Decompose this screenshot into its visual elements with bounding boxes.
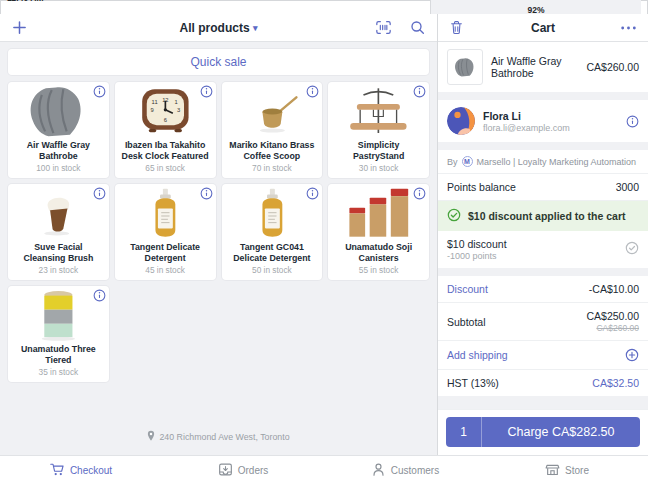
barcode-scan-button[interactable] (373, 18, 394, 37)
product-name: Simplicity PastryStand (328, 138, 429, 162)
product-info-icon[interactable] (200, 85, 213, 98)
product-stock: 50 in stock (222, 264, 323, 275)
charge-label: Charge CA$282.50 (482, 417, 640, 447)
product-card[interactable]: Tangent GC041 Delicate Detergent 50 in s… (222, 184, 323, 280)
product-stock: 35 in stock (8, 366, 109, 377)
redeem-points: -1000 points (447, 251, 625, 261)
tab-customers[interactable]: Customers (324, 456, 486, 485)
checkout-cart-icon (50, 462, 65, 479)
status-bar: 11:40 AM Wed May 15 92% (0, 0, 648, 14)
tab-label: Orders (238, 465, 269, 476)
product-info-icon[interactable] (413, 85, 426, 98)
svg-text:1: 1 (174, 99, 177, 105)
product-card[interactable]: Air Waffle Gray Bathrobe 100 in stock (8, 82, 109, 178)
add-shipping-row[interactable]: Add shipping (438, 341, 648, 370)
product-stock: 23 in stock (8, 264, 109, 275)
discount-link[interactable]: Discount (447, 283, 488, 295)
chevron-down-icon: ▾ (253, 23, 258, 33)
tab-store[interactable]: Store (486, 456, 648, 485)
product-info-icon[interactable] (93, 289, 106, 302)
product-info-icon[interactable] (200, 187, 213, 200)
product-info-icon[interactable] (93, 85, 106, 98)
tab-label: Checkout (70, 465, 112, 476)
charge-button[interactable]: 1 Charge CA$282.50 (446, 417, 640, 447)
tax-row: HST (13%) CA$32.50 (438, 370, 648, 396)
tab-label: Customers (391, 465, 439, 476)
line-item-thumbnail (447, 49, 483, 85)
customer-avatar (447, 107, 475, 135)
plus-circle-icon[interactable] (625, 348, 639, 362)
product-stock: 100 in stock (8, 162, 109, 173)
product-stock: 30 in stock (328, 162, 429, 173)
pos-app: 11:40 AM Wed May 15 92% All products ▾ (0, 0, 648, 485)
store-location: 240 Richmond Ave West, Toronto (8, 420, 429, 455)
product-info-icon[interactable] (93, 187, 106, 200)
customer-row[interactable]: Flora Li flora.li@example.com (438, 100, 648, 142)
customer-email: flora.li@example.com (483, 123, 618, 133)
redeem-check-icon[interactable] (625, 241, 639, 259)
battery-percent: 92% (527, 5, 544, 15)
tab-orders[interactable]: Orders (162, 456, 324, 485)
product-name: Suve Facial Cleansing Brush (8, 240, 109, 264)
product-name: Tangent GC041 Delicate Detergent (222, 240, 323, 264)
product-card[interactable]: Tangent Delicate Detergent 45 in stock (115, 184, 216, 280)
banner-text: $10 discount applied to the cart (468, 210, 626, 222)
subtotal-original-value: CA$260.00 (586, 323, 639, 333)
line-item-name: Air Waffle Gray Bathrobe (491, 55, 578, 79)
status-time: 11:40 AM (7, 0, 430, 3)
cart-line-item[interactable]: Air Waffle Gray Bathrobe CA$260.00 (438, 42, 648, 92)
product-name: Ibazen Iba Takahito Desk Clock Featured (115, 138, 216, 162)
tab-checkout[interactable]: Checkout (0, 456, 162, 485)
product-card[interactable]: Simplicity PastryStand 30 in stock (328, 82, 429, 178)
svg-text:11: 11 (151, 99, 157, 105)
product-info-icon[interactable] (306, 187, 319, 200)
points-balance-label: Points balance (447, 181, 516, 193)
charge-quantity: 1 (446, 417, 482, 447)
product-grid: Air Waffle Gray Bathrobe 100 in stock 12… (8, 82, 429, 382)
products-content: Quick sale Air Waffle Gray Bathrobe 100 … (0, 42, 437, 455)
product-name: Tangent Delicate Detergent (115, 240, 216, 264)
product-stock: 45 in stock (115, 264, 216, 275)
product-stock: 55 in stock (328, 264, 429, 275)
tax-label: HST (13%) (447, 377, 499, 389)
customers-person-icon (371, 462, 386, 479)
bottom-tab-bar: Checkout Orders Customers Store (0, 455, 648, 485)
add-product-button[interactable] (10, 18, 29, 37)
redeem-title: $10 discount (447, 238, 625, 250)
svg-text:9: 9 (150, 107, 153, 113)
product-info-icon[interactable] (306, 85, 319, 98)
product-info-icon[interactable] (413, 187, 426, 200)
product-stock: 70 in stock (222, 162, 323, 173)
collection-title[interactable]: All products ▾ (0, 21, 437, 35)
quick-sale-button[interactable]: Quick sale (8, 49, 429, 75)
check-circle-icon (447, 208, 461, 224)
product-name: Mariko Kitano Brass Coffee Scoop (222, 138, 323, 162)
discount-value: -CA$10.00 (589, 283, 639, 295)
points-balance-row: Points balance 3000 (438, 174, 648, 201)
customer-info-icon[interactable] (626, 115, 639, 128)
product-card[interactable]: Mariko Kitano Brass Coffee Scoop 70 in s… (222, 82, 323, 178)
marsello-logo-icon: M (462, 156, 473, 167)
product-card[interactable]: 12111396 Ibazen Iba Takahito Desk Clock … (115, 82, 216, 178)
subtotal-row: Subtotal CA$250.00 CA$260.00 (438, 303, 648, 341)
cart-header: Cart (438, 14, 648, 42)
product-card[interactable]: Unamatudo Three Tiered 35 in stock (8, 286, 109, 382)
product-card[interactable]: Suve Facial Cleansing Brush 23 in stock (8, 184, 109, 280)
tax-value: CA$32.50 (592, 377, 639, 389)
loyalty-provider-row: By M Marsello | Loyalty Marketing Automa… (438, 150, 648, 174)
location-pin-icon (147, 430, 155, 443)
cart-title: Cart (438, 21, 648, 35)
search-button[interactable] (408, 18, 427, 37)
product-name: Unamatudo Three Tiered (8, 342, 109, 366)
loyalty-by-label: By (447, 157, 458, 167)
redeem-discount-row[interactable]: $10 discount -1000 points (438, 231, 648, 268)
points-balance-value: 3000 (616, 181, 639, 193)
store-icon (545, 462, 560, 479)
subtotal-label: Subtotal (447, 316, 486, 328)
product-card[interactable]: Unamatudo Soji Canisters 55 in stock (328, 184, 429, 280)
customer-name: Flora Li (483, 110, 618, 122)
add-shipping-link[interactable]: Add shipping (447, 349, 508, 361)
line-item-price: CA$260.00 (586, 61, 639, 73)
product-stock: 65 in stock (115, 162, 216, 173)
charge-footer: 1 Charge CA$282.50 (438, 409, 648, 455)
